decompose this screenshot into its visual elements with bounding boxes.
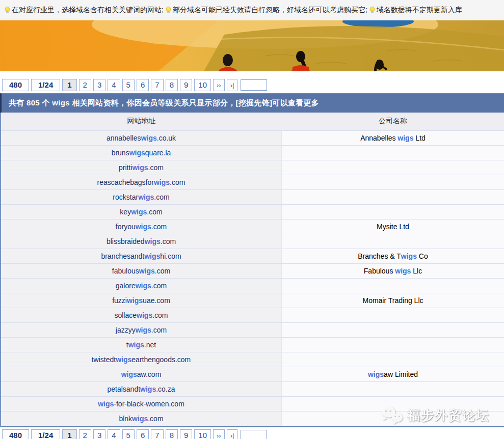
company-name <box>282 382 504 396</box>
page-link-7[interactable]: 7 <box>151 79 163 91</box>
column-header-company: 公司名称 <box>282 113 504 130</box>
domain-link[interactable]: blnkwigs.com <box>119 415 163 423</box>
page-link-4[interactable]: 4 <box>108 79 120 91</box>
table-row: prittiwigs.com <box>1 160 504 175</box>
domain-link[interactable]: galorewigs.com <box>116 282 167 290</box>
table-header-row: 网站地址 公司名称 <box>1 113 504 131</box>
table-row: annabelleswigs.co.uk Annabelles wigs Ltd <box>1 131 504 146</box>
page-jump-input[interactable] <box>241 79 267 91</box>
page-link-10[interactable]: 10 <box>194 429 211 439</box>
table-row: sollacewigs.com <box>1 308 504 323</box>
domain-cell: wigs-for-black-women.com <box>1 397 282 411</box>
domains-table: 网站地址 公司名称 annabelleswigs.co.uk Annabelle… <box>0 113 504 427</box>
last-page-button[interactable]: ›| <box>227 79 238 91</box>
table-row: brunswigsquare.la <box>1 146 504 160</box>
page-jump-input[interactable] <box>241 430 267 439</box>
page-ratio-box: 1/24 <box>31 429 60 439</box>
domain-link[interactable]: blissbraidedwigs.com <box>107 237 176 245</box>
domain-cell: twistedtwigsearthengoods.com <box>1 352 282 367</box>
company-name: Fabulous wigs Llc <box>282 264 504 278</box>
page-link-7[interactable]: 7 <box>151 429 163 439</box>
domain-cell: branchesandtwigshi.com <box>1 249 282 263</box>
pagination-top: 4801/2412345678910›››| <box>1 79 504 91</box>
company-name <box>282 411 504 426</box>
company-name <box>282 352 504 367</box>
company-name: Momair Trading Llc <box>282 293 504 308</box>
table-body: annabelleswigs.co.uk Annabelles wigs Ltd… <box>1 131 504 426</box>
domain-cell: blnkwigs.com <box>1 411 282 426</box>
domain-link[interactable]: twigs.net <box>126 341 156 349</box>
desert-banner-illustration <box>0 20 504 71</box>
domain-link[interactable]: keywigs.com <box>120 208 162 216</box>
pagination-bottom: 4801/2412345678910›››| <box>1 429 504 439</box>
domain-link[interactable]: jazzyywigs.com <box>116 326 167 334</box>
company-name: Annabelles wigs Ltd <box>282 131 504 145</box>
domain-cell: fuzziwigsuae.com <box>1 293 282 308</box>
page-link-2[interactable]: 2 <box>79 429 91 439</box>
table-row: branchesandtwigshi.com Branches & Twigs … <box>1 249 504 264</box>
lightbulb-icon <box>368 6 376 14</box>
domain-link[interactable]: rockstarwigs.com <box>113 193 169 201</box>
page-link-10[interactable]: 10 <box>194 79 211 91</box>
domain-link[interactable]: wigsaw.com <box>121 370 162 378</box>
domain-link[interactable]: fabulouswigs.com <box>112 267 170 275</box>
tip-item: 在对应行业里，选择域名含有相关关键词的网站; <box>3 6 164 15</box>
domain-link[interactable]: fuzziwigsuae.com <box>112 296 170 305</box>
domain-link[interactable]: twistedtwigsearthengoods.com <box>92 355 191 364</box>
page-link-2[interactable]: 2 <box>79 79 91 91</box>
page-link-6[interactable]: 6 <box>137 429 149 439</box>
domain-link[interactable]: foryouwigs.com <box>116 223 167 231</box>
domain-cell: annabelleswigs.co.uk <box>1 131 282 145</box>
tip-text: 在对应行业里，选择域名含有相关关键词的网站; <box>12 6 164 15</box>
domain-link[interactable]: annabelleswigs.co.uk <box>107 134 176 142</box>
company-name <box>282 397 504 411</box>
company-name <box>282 279 504 293</box>
next-pages-button[interactable]: ›› <box>213 429 225 439</box>
domain-link[interactable]: brunswigsquare.la <box>112 149 171 157</box>
page-current[interactable]: 1 <box>62 429 76 439</box>
page-link-8[interactable]: 8 <box>166 429 178 439</box>
company-name <box>282 323 504 337</box>
page-link-5[interactable]: 5 <box>122 79 135 91</box>
page-link-4[interactable]: 4 <box>108 429 120 439</box>
next-pages-button[interactable]: ›› <box>213 79 225 91</box>
page-current[interactable]: 1 <box>62 79 76 91</box>
last-page-button[interactable]: ›| <box>227 429 238 439</box>
domain-cell: prittiwigs.com <box>1 160 282 175</box>
page-link-6[interactable]: 6 <box>137 79 149 91</box>
table-row: fabulouswigs.com Fabulous wigs Llc <box>1 264 504 279</box>
table-row: keywigs.com <box>1 205 504 220</box>
domain-link[interactable]: sollacewigs.com <box>114 311 168 319</box>
table-row: wigsaw.com wigsaw Limited <box>1 367 504 382</box>
domain-link[interactable]: wigs-for-black-women.com <box>98 400 184 408</box>
page-link-3[interactable]: 3 <box>93 429 105 439</box>
company-name: wigsaw Limited <box>282 367 504 381</box>
company-name <box>282 146 504 160</box>
page-link-9[interactable]: 9 <box>180 79 192 91</box>
page-link-5[interactable]: 5 <box>122 429 135 439</box>
company-name <box>282 190 504 204</box>
page-link-9[interactable]: 9 <box>180 429 192 439</box>
banner-image <box>0 20 504 71</box>
page-link-3[interactable]: 3 <box>93 79 105 91</box>
table-row: blissbraidedwigs.com <box>1 234 504 249</box>
domain-cell: foryouwigs.com <box>1 220 282 234</box>
tip-item: 部分域名可能已经失效请自行忽略，好域名还可以考虑购买它; <box>164 6 367 15</box>
domain-link[interactable]: petalsandtwigs.co.za <box>107 385 175 393</box>
tip-item: 域名数据将不定期更新入库 <box>367 6 462 15</box>
company-name <box>282 338 504 352</box>
table-row: petalsandtwigs.co.za <box>1 382 504 397</box>
domain-link[interactable]: reascachebagsforwigs.com <box>97 178 185 186</box>
domain-link[interactable]: prittiwigs.com <box>119 163 164 172</box>
domain-cell: rockstarwigs.com <box>1 190 282 204</box>
company-name <box>282 160 504 175</box>
page-ratio-box: 1/24 <box>31 79 60 91</box>
company-name: Mysite Ltd <box>282 220 504 234</box>
page-link-8[interactable]: 8 <box>166 79 178 91</box>
domain-cell: jazzyywigs.com <box>1 323 282 337</box>
lightbulb-icon <box>4 6 11 14</box>
table-row: blnkwigs.com <box>1 411 504 426</box>
domain-link[interactable]: branchesandtwigshi.com <box>101 252 181 260</box>
company-name <box>282 175 504 189</box>
table-row: reascachebagsforwigs.com <box>1 175 504 190</box>
